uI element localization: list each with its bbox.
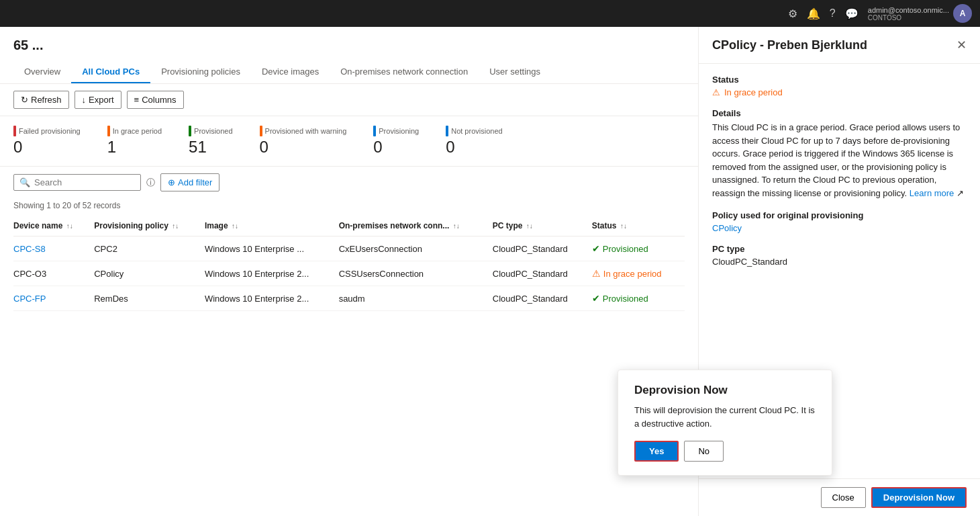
add-filter-button[interactable]: ⊕ Add filter (160, 173, 219, 191)
sort-icon-device-name: ↑↓ (66, 222, 73, 230)
image-cpc-fp: Windows 10 Enterprise 2... (205, 286, 339, 311)
policy-cpc-o3: CPolicy (94, 261, 205, 286)
learn-more-link[interactable]: Learn more (910, 188, 954, 198)
help-icon[interactable]: ? (830, 7, 836, 19)
stat-not-provisioned: Not provisioned 0 (446, 126, 502, 157)
export-icon: ↓ (82, 95, 87, 105)
stat-bar-failed (13, 126, 16, 136)
panel-policy-section: Policy used for original provisioning CP… (712, 210, 967, 233)
columns-icon: ≡ (134, 95, 140, 105)
tab-provisioning-policies[interactable]: Provisioning policies (150, 61, 251, 83)
table-row: CPC-O3 CPolicy Windows 10 Enterprise 2..… (13, 261, 685, 286)
panel-pc-type-section: PC type CloudPC_Standard (712, 244, 967, 267)
main-layout: 65 ... Overview All Cloud PCs Provisioni… (0, 27, 980, 516)
records-info: Showing 1 to 20 of 52 records (0, 198, 698, 216)
status-warn-icon: ⚠ (592, 268, 601, 279)
stat-label-failed: Failed provisioning (19, 127, 81, 135)
stat-label-with-warning: Provisioned with warning (265, 127, 347, 135)
tab-all-cloud-pcs[interactable]: All Cloud PCs (71, 61, 150, 83)
stat-provisioned: Provisioned 51 (189, 126, 232, 157)
col-provisioning-policy[interactable]: Provisioning policy ↑↓ (94, 216, 205, 236)
export-label: Export (89, 95, 114, 105)
columns-button[interactable]: ≡ Columns (127, 91, 184, 109)
stat-value-provisioned: 51 (189, 138, 232, 157)
add-filter-label: Add filter (178, 177, 212, 187)
tab-user-settings[interactable]: User settings (479, 61, 551, 83)
panel-policy-value[interactable]: CPolicy (712, 223, 742, 233)
filter-row: 🔍 ⓘ ⊕ Add filter (0, 167, 698, 198)
filter-icon: ⊕ (168, 177, 175, 187)
toolbar: ↻ Refresh ↓ Export ≡ Columns (0, 84, 698, 116)
avatar[interactable]: A (953, 4, 972, 23)
tab-overview[interactable]: Overview (13, 61, 71, 83)
panel-title: CPolicy - Preben Bjerklund (712, 38, 867, 52)
pc-type-cpc-fp: CloudPC_Standard (493, 286, 592, 311)
dialog-buttons: Yes No (634, 441, 816, 462)
status-check-icon-fp: ✔ (592, 293, 600, 304)
stat-label-provisioned: Provisioned (194, 127, 232, 135)
refresh-label: Refresh (31, 95, 62, 105)
feedback-icon[interactable]: 💬 (845, 7, 859, 20)
sort-icon-status: ↑↓ (620, 222, 627, 230)
columns-label: Columns (142, 95, 176, 105)
policy-cpc-s8: CPC2 (94, 236, 205, 261)
dialog-yes-button[interactable]: Yes (634, 441, 679, 462)
stat-bar-grace (107, 126, 110, 136)
page-header: 65 ... Overview All Cloud PCs Provisioni… (0, 27, 698, 84)
pc-type-cpc-o3: CloudPC_Standard (493, 261, 592, 286)
panel-details-label: Details (712, 108, 967, 118)
panel-close-button[interactable]: ✕ (957, 38, 967, 52)
device-name-link-cpc-fp[interactable]: CPC-FP (13, 294, 46, 304)
page-title: 65 ... (13, 38, 685, 53)
status-check-icon: ✔ (592, 243, 600, 254)
col-pc-type[interactable]: PC type ↑↓ (493, 216, 592, 236)
table-row: CPC-FP RemDes Windows 10 Enterprise 2...… (13, 286, 685, 311)
search-input[interactable] (34, 177, 135, 187)
tab-bar: Overview All Cloud PCs Provisioning poli… (13, 61, 685, 83)
refresh-button[interactable]: ↻ Refresh (13, 91, 69, 109)
panel-status-label: Status (712, 75, 967, 85)
stat-provisioning: Provisioning 0 (373, 126, 419, 157)
deprovision-dialog: Deprovision Now This will deprovision th… (618, 370, 832, 476)
dialog-no-button[interactable]: No (684, 441, 724, 462)
stat-label-grace: In grace period (113, 127, 162, 135)
stat-bar-provisioning (373, 126, 376, 136)
tab-device-images[interactable]: Device images (251, 61, 330, 83)
search-icon: 🔍 (19, 177, 30, 187)
panel-pc-type-label: PC type (712, 244, 967, 254)
table-row: CPC-S8 CPC2 Windows 10 Enterprise ... Cx… (13, 236, 685, 261)
bell-icon[interactable]: 🔔 (807, 7, 820, 20)
stat-value-failed: 0 (13, 138, 81, 157)
status-cpc-fp: ✔ Provisioned (592, 286, 685, 311)
stat-value-provisioning: 0 (373, 138, 419, 157)
top-bar: ⚙ 🔔 ? 💬 admin@contoso.onmic... CONTOSO A (0, 0, 980, 27)
stat-value-with-warning: 0 (260, 138, 347, 157)
search-box: 🔍 (13, 174, 141, 191)
status-cpc-s8: ✔ Provisioned (592, 236, 685, 261)
panel-status-value: ⚠ In grace period (712, 87, 967, 97)
stat-value-not-provisioned: 0 (446, 138, 502, 157)
on-premises-cpc-fp: saudm (339, 286, 493, 311)
settings-icon[interactable]: ⚙ (788, 7, 797, 20)
panel-header: CPolicy - Preben Bjerklund ✕ (699, 27, 980, 64)
dialog-description: This will deprovision the current Cloud … (634, 404, 816, 430)
external-link-icon: ↗ (957, 188, 964, 198)
stat-failed: Failed provisioning 0 (13, 126, 81, 157)
device-name-cpc-o3: CPC-O3 (13, 261, 94, 286)
close-button[interactable]: Close (821, 487, 866, 508)
device-name-link-cpc-s8[interactable]: CPC-S8 (13, 244, 46, 254)
on-premises-cpc-o3: CSSUsersConnection (339, 261, 493, 286)
col-status[interactable]: Status ↑↓ (592, 216, 685, 236)
tab-on-premises[interactable]: On-premises network connection (330, 61, 479, 83)
status-cpc-o3: ⚠ In grace period (592, 261, 685, 286)
panel-details-text: This Cloud PC is in a grace period. Grac… (712, 121, 967, 200)
col-image[interactable]: Image ↑↓ (205, 216, 339, 236)
deprovision-now-button[interactable]: Deprovision Now (871, 487, 967, 508)
col-on-premises[interactable]: On-premises network conn... ↑↓ (339, 216, 493, 236)
dialog-title: Deprovision Now (634, 384, 816, 397)
stat-with-warning: Provisioned with warning 0 (260, 126, 347, 157)
sort-icon-pc-type: ↑↓ (526, 222, 533, 230)
export-button[interactable]: ↓ Export (75, 91, 121, 109)
info-icon[interactable]: ⓘ (146, 177, 155, 189)
col-device-name[interactable]: Device name ↑↓ (13, 216, 94, 236)
